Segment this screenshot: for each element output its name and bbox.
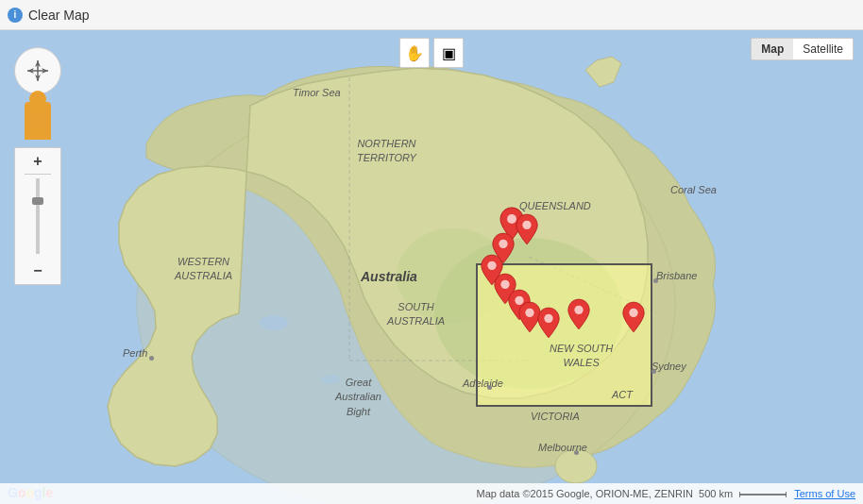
map-svg: [0, 30, 863, 504]
zoom-slider[interactable]: [36, 178, 40, 254]
adelaide-city-dot: [487, 385, 492, 390]
perth-city-dot: [149, 356, 154, 361]
svg-rect-30: [31, 113, 44, 130]
melbourne-city-dot: [574, 450, 579, 455]
svg-point-29: [31, 99, 44, 112]
map-data-text: Map data ©2015 Google, ORION-ME, ZENRIN: [477, 488, 693, 499]
zoom-controls: + −: [14, 147, 61, 285]
map-container: i Clear Map: [0, 0, 863, 504]
map-pin-8[interactable]: [536, 306, 561, 340]
map-view-button[interactable]: Map: [752, 39, 793, 59]
svg-point-14: [522, 221, 531, 229]
svg-point-22: [629, 309, 637, 317]
top-bar: i Clear Map: [0, 0, 863, 30]
drawing-tools: ✋ ▣: [399, 38, 464, 68]
pan-tool-button[interactable]: ✋: [399, 38, 430, 68]
scale-text: 500 km: [699, 488, 787, 499]
brisbane-city-dot: [653, 278, 658, 283]
svg-point-20: [544, 314, 552, 323]
terms-of-use-link[interactable]: Terms of Use: [794, 488, 855, 499]
svg-point-7: [260, 315, 288, 330]
svg-rect-31: [31, 128, 37, 138]
svg-point-8: [321, 375, 340, 384]
svg-point-16: [487, 261, 496, 270]
clear-map-label[interactable]: Clear Map: [28, 8, 90, 23]
compass-control[interactable]: [14, 47, 61, 94]
svg-rect-32: [39, 128, 44, 138]
map-pin-10[interactable]: [621, 300, 646, 334]
svg-point-19: [525, 309, 533, 317]
info-icon: i: [8, 8, 23, 23]
satellite-view-button[interactable]: Satellite: [793, 39, 853, 59]
pegman-control[interactable]: [25, 102, 51, 140]
rectangle-tool-button[interactable]: ▣: [433, 38, 464, 68]
nav-controls: + −: [14, 47, 61, 285]
map-pin-2[interactable]: [515, 212, 539, 246]
zoom-in-button[interactable]: +: [25, 148, 51, 175]
zoom-thumb: [32, 197, 43, 205]
map-type-toggle: Map Satellite: [751, 38, 854, 60]
map-pin-9[interactable]: [567, 297, 591, 331]
svg-point-21: [574, 306, 583, 314]
bottom-bar: Map data ©2015 Google, ORION-ME, ZENRIN …: [0, 483, 863, 504]
zoom-out-button[interactable]: −: [25, 258, 51, 284]
sydney-city-dot: [651, 369, 656, 374]
svg-point-15: [499, 240, 507, 248]
